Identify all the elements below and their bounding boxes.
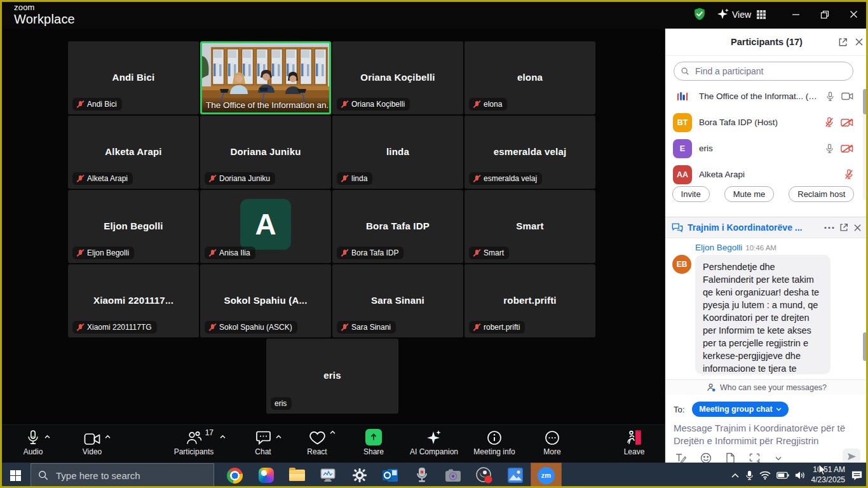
ai-companion-button[interactable]: AI Companion <box>405 429 463 456</box>
participants-options-chevron[interactable] <box>219 435 226 439</box>
mute-me-button[interactable]: Mute me <box>724 186 775 202</box>
leave-button[interactable]: Leave <box>606 429 663 456</box>
video-tile[interactable]: Andi Bici Andi Bici <box>68 41 199 114</box>
tray-mic-icon[interactable] <box>745 470 754 481</box>
audio-options-chevron[interactable] <box>44 435 51 439</box>
speaker-icon[interactable] <box>795 471 806 480</box>
participant-search[interactable] <box>674 62 853 81</box>
mic-muted-icon <box>844 169 853 180</box>
leave-meeting-icon <box>626 430 642 445</box>
chevron-down-icon[interactable] <box>775 456 782 461</box>
meeting-info-button[interactable]: Meeting info <box>466 429 523 456</box>
video-tile[interactable]: Sara Sinani Sara Sinani <box>332 264 463 337</box>
chat-close-icon[interactable] <box>853 224 862 232</box>
meeting-group-chat-selector[interactable]: Meeting group chat <box>692 402 788 417</box>
react-options-chevron[interactable] <box>329 430 336 435</box>
chat-privacy-note[interactable]: Who can see your messages? <box>665 379 868 395</box>
outlook-icon[interactable] <box>375 463 406 488</box>
restore-button[interactable] <box>810 0 839 29</box>
popout-icon[interactable] <box>836 35 850 49</box>
file-explorer-icon[interactable] <box>281 463 313 488</box>
logo-zoom-text: zoom <box>14 3 75 11</box>
message-bubble: Pershendetje dhe Faleminderit per kete t… <box>695 255 831 374</box>
participants-button[interactable]: 17 Participants <box>165 429 222 456</box>
send-message-button[interactable] <box>843 449 860 464</box>
active-speaker-video-tile[interactable]: The Office of the Information an... <box>200 41 331 114</box>
chat-scrollbar-thumb[interactable] <box>863 332 867 361</box>
participant-display-name: Sokol Spahiu (A... <box>200 295 331 306</box>
audio-button[interactable]: Audio <box>4 429 62 456</box>
video-tile[interactable]: Bora Tafa IDP Bora Tafa IDP <box>332 190 463 263</box>
video-tile[interactable]: Smart Smart <box>465 190 595 263</box>
mic-on-icon <box>826 92 834 102</box>
start-button[interactable] <box>0 463 31 488</box>
participant-display-name: Alketa Arapi <box>68 146 199 157</box>
participant-row[interactable]: BT Bora Tafa IDP (Host) <box>665 109 861 135</box>
chat-input[interactable]: Message Trajnim i Koordinatorëve për të … <box>674 422 858 448</box>
view-button[interactable]: View <box>732 0 766 29</box>
video-tile[interactable]: linda linda <box>332 116 463 189</box>
video-button[interactable]: Video <box>64 429 121 456</box>
video-tile[interactable]: Xiaomi 2201117... Xiaomi 2201117TG <box>68 264 199 337</box>
video-options-chevron[interactable] <box>104 435 111 439</box>
chat-messages[interactable]: Eljon Begolli10:46 AM EB Pershendetje dh… <box>665 238 868 379</box>
video-tile[interactable]: eris eris <box>266 339 398 414</box>
format-text-icon[interactable] <box>675 453 686 464</box>
screen-recorder-icon[interactable] <box>313 463 344 488</box>
video-tile[interactable]: robert.prifti robert.prifti <box>465 264 595 337</box>
participant-row[interactable]: E eris <box>665 135 861 161</box>
close-participants-icon[interactable] <box>852 35 866 49</box>
windows-logo-icon <box>10 470 21 481</box>
video-tile[interactable]: Alketa Arapi Alketa Arapi <box>68 116 199 189</box>
reclaim-host-button[interactable]: Reclaim host <box>789 186 854 202</box>
obs-recording-icon[interactable] <box>468 463 499 488</box>
action-center-icon[interactable] <box>851 470 863 481</box>
chat-more-icon[interactable] <box>824 226 834 229</box>
participant-display-name: Sara Sinani <box>332 295 463 306</box>
minimize-button[interactable] <box>781 0 810 29</box>
copilot-icon[interactable] <box>250 463 281 488</box>
battery-icon[interactable] <box>776 471 789 479</box>
office-logo-avatar <box>673 87 692 106</box>
chrome-icon[interactable] <box>219 463 250 488</box>
participant-display-name: Doriana Juniku <box>200 146 331 157</box>
video-tile[interactable]: Sokol Spahiu (A... Sokol Spahiu (ASCK) <box>200 264 331 337</box>
video-tile[interactable]: Oriana Koçibelli Oriana Koçibelli <box>332 41 463 114</box>
video-tile[interactable]: elona elona <box>465 41 595 114</box>
chat-options-chevron[interactable] <box>275 435 282 439</box>
react-button[interactable]: React <box>288 429 346 456</box>
video-tile[interactable]: esmeralda velaj esmeralda velaj <box>465 116 595 189</box>
screenshot-icon[interactable] <box>749 453 761 464</box>
video-tile[interactable]: A Anisa Ilia <box>200 190 331 263</box>
voice-recorder-icon[interactable] <box>406 463 437 488</box>
more-button[interactable]: More <box>524 429 581 456</box>
mic-icon <box>26 430 40 445</box>
ai-companion-sparkle-icon[interactable] <box>715 6 731 22</box>
camera-app-icon[interactable] <box>437 463 468 488</box>
participant-row[interactable]: AA Alketa Arapi <box>665 161 861 187</box>
settings-gear-icon[interactable] <box>344 463 375 488</box>
zoom-workplace-logo: zoom Workplace <box>14 3 75 25</box>
zoom-app-icon[interactable]: zm <box>531 463 562 488</box>
taskbar-search-input[interactable] <box>55 470 207 482</box>
video-tile[interactable]: Eljon Begolli Eljon Begolli <box>68 190 199 263</box>
participant-search-input[interactable] <box>694 65 846 77</box>
hidden-icons-chevron[interactable] <box>731 473 740 478</box>
close-window-button[interactable] <box>839 0 868 29</box>
chat-popout-icon[interactable] <box>839 222 849 233</box>
share-button[interactable]: Share <box>345 429 402 456</box>
security-shield-icon[interactable] <box>691 6 708 22</box>
muted-mic-icon <box>473 100 480 109</box>
taskbar-search[interactable] <box>31 463 214 487</box>
participant-row[interactable]: The Office of the Informat... (Me) <box>665 83 861 109</box>
video-tile[interactable]: Doriana Juniku Doriana Juniku <box>200 116 331 189</box>
photos-icon[interactable] <box>499 463 531 488</box>
chat-icon <box>255 430 271 445</box>
chat-button[interactable]: Chat <box>234 429 292 456</box>
wifi-icon[interactable] <box>759 471 771 480</box>
muted-mic-icon <box>208 249 216 257</box>
tile-label: Bora Tafa IDP <box>337 247 403 259</box>
gear-glyph <box>352 468 367 483</box>
participants-scrollbar-thumb[interactable] <box>863 89 867 114</box>
invite-button[interactable]: Invite <box>672 186 710 202</box>
